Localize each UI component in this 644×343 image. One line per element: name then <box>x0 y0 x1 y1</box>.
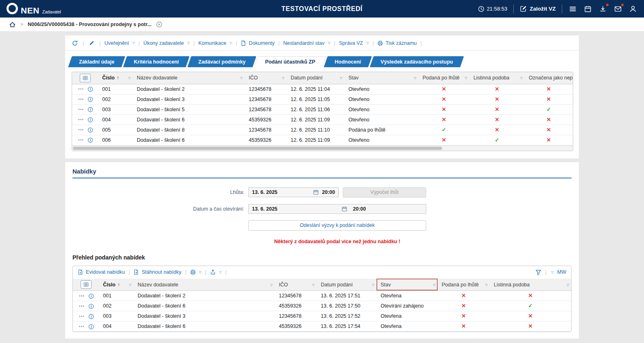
mw-view-button[interactable]: MW <box>557 269 566 275</box>
filter-button[interactable] <box>535 269 541 276</box>
duplicate-bid-warning: Některý z dodavatelů podal více než jedn… <box>248 239 426 244</box>
cell-supplier: Dodavatel - školení 3 <box>134 311 275 321</box>
deadline-date-value[interactable]: 13. 6. 2025 <box>252 189 310 195</box>
row-menu-button[interactable] <box>77 312 86 319</box>
messages-button[interactable] <box>613 4 622 13</box>
tab-hodnoceni[interactable]: Hodnocení <box>326 56 370 67</box>
main-menu-button[interactable] <box>568 4 577 13</box>
row-menu-button[interactable] <box>76 96 85 103</box>
home-button[interactable] <box>9 21 16 28</box>
column-label: Stav <box>381 282 391 288</box>
row-info-button[interactable] <box>86 292 96 299</box>
filter-chevron-icon[interactable]: ▽ <box>270 283 273 286</box>
tab-podani-ucastniku-zp[interactable]: Podání účastníků ZP <box>256 56 324 67</box>
filter-chevron-icon[interactable]: ▽ <box>312 283 315 286</box>
export-button[interactable]: ▽ <box>210 269 221 275</box>
filter-chevron-icon[interactable]: ▽ <box>465 76 467 80</box>
breadcrumb-record[interactable]: N006/25/V00005438 - Provozování prodejny… <box>28 22 151 27</box>
opening-date-value[interactable]: 13. 6. 2025 <box>252 206 338 212</box>
profile-button[interactable] <box>629 4 637 13</box>
row-menu-button[interactable] <box>76 116 85 123</box>
row-menu-button[interactable] <box>76 136 85 143</box>
row-info-button[interactable] <box>85 136 95 143</box>
calendar-button[interactable] <box>583 4 592 13</box>
scrollbar-thumb[interactable] <box>73 147 442 150</box>
row-menu-button[interactable] <box>76 86 85 92</box>
nen-logo[interactable]: NEN Zadavatel <box>7 3 61 15</box>
downloads-button[interactable] <box>598 4 607 13</box>
filter-chevron-icon[interactable]: ▽ <box>340 76 342 80</box>
register-bid-button[interactable]: Evidovat nabídku <box>78 269 125 275</box>
toolbar-item-tisk-zaznamu[interactable]: Tisk záznamu <box>377 40 417 46</box>
row-actions <box>72 104 98 114</box>
row-menu-button[interactable] <box>77 302 86 309</box>
edit-record-button[interactable] <box>88 40 96 46</box>
opening-time-value[interactable]: 20:00 <box>353 206 366 212</box>
chevron-down-icon[interactable]: ▽ <box>551 270 554 274</box>
row-menu-button[interactable] <box>77 292 86 299</box>
chevron-down-icon: ▽ <box>199 270 202 274</box>
filter-chevron-icon[interactable]: ▽ <box>414 76 416 80</box>
toolbar-item-ukony-zadavatele[interactable]: Úkony zadavatele▽ <box>143 40 190 46</box>
create-vz-button[interactable]: Založit VZ <box>520 5 556 12</box>
row-menu-button[interactable] <box>76 106 85 113</box>
download-bids-button[interactable]: Stáhnout nabídky <box>134 269 181 275</box>
column-chooser-button[interactable] <box>81 280 92 289</box>
row-info-button[interactable] <box>86 312 96 319</box>
close-record-button[interactable] <box>156 21 162 28</box>
row-info-button[interactable] <box>85 126 95 133</box>
column-chooser-button[interactable] <box>80 74 91 82</box>
printer-icon <box>377 40 383 46</box>
calendar-icon[interactable] <box>313 189 319 195</box>
send-invite-button[interactable]: Odeslání výzvy k podání nabídek <box>248 220 426 231</box>
column-header-stav: Stav▽ <box>377 279 438 290</box>
row-info-button[interactable] <box>85 116 95 123</box>
filter-chevron-icon[interactable]: ▽ <box>372 283 375 286</box>
print-button[interactable]: ▽ <box>190 269 202 275</box>
filter-chevron-icon[interactable]: ▽ <box>520 76 523 80</box>
filter-chevron-icon[interactable]: ▽ <box>433 283 436 286</box>
row-info-button[interactable] <box>85 96 95 103</box>
history-button[interactable] <box>71 40 79 46</box>
deadline-time-value[interactable]: 20:00 <box>322 189 335 195</box>
cell-number: 002 <box>98 94 133 104</box>
compute-deadlines-button[interactable]: Výpočet lhůt <box>343 187 426 198</box>
row-info-button[interactable] <box>85 86 95 92</box>
deadline-field[interactable]: 13. 6. 2025 20:00 <box>248 187 339 197</box>
tab-label: Hodnocení <box>335 59 361 65</box>
tab-zakladni-udaje[interactable]: Základní údaje <box>70 56 123 67</box>
filter-chevron-icon[interactable]: ▽ <box>129 283 131 286</box>
filter-chevron-icon[interactable]: ▽ <box>128 76 131 80</box>
column-label: Stav <box>348 75 359 81</box>
column-header-listinna-podoba: Listinná podoba▽ <box>469 72 525 84</box>
row-info-button[interactable] <box>85 106 95 113</box>
chevron-down-icon: ▽ <box>230 41 232 45</box>
horizontal-scrollbar[interactable] <box>72 145 573 151</box>
toolbar-item-sprava-vz[interactable]: Správa VZ▽ <box>339 40 369 46</box>
filter-chevron-icon[interactable]: ▽ <box>282 76 285 80</box>
column-header-datum-podani: Datum podání▽ <box>317 279 377 290</box>
warning-row: Některý z dodavatelů podal více než jedn… <box>65 239 579 244</box>
calendar-icon[interactable] <box>342 206 347 212</box>
opening-field[interactable]: 13. 6. 2025 20:00 <box>248 204 426 214</box>
ellipsis-icon <box>78 117 84 123</box>
row-info-button[interactable] <box>86 302 96 309</box>
row-info-button[interactable] <box>86 323 96 330</box>
cell-status: Otevřeno <box>344 94 418 104</box>
toolbar-item-uverejneni[interactable]: Uveřejnění▽ <box>105 40 135 46</box>
filter-chevron-icon[interactable]: ▽ <box>240 76 243 80</box>
filter-chevron-icon[interactable]: ▽ <box>485 283 488 286</box>
row-menu-button[interactable] <box>77 323 86 330</box>
tab-vysledek-zadavaciho-postupu[interactable]: Výsledek zadávacího postupu <box>372 56 462 67</box>
toolbar-item-komunikace[interactable]: Komunikace▽ <box>198 40 232 46</box>
brand-role: Zadavatel <box>42 9 61 14</box>
filter-chevron-icon[interactable]: ▽ <box>568 76 571 80</box>
toolbar-item-dokumenty[interactable]: Dokumenty <box>241 40 274 46</box>
filter-chevron-icon[interactable]: ▽ <box>567 283 569 286</box>
row-menu-button[interactable] <box>76 126 85 133</box>
tab-zadavaci-podminky[interactable]: Zadávací podmínky <box>189 56 254 67</box>
cross-icon: ✕ <box>547 86 551 92</box>
document-icon <box>241 40 246 46</box>
tab-kriteria-hodnoceni[interactable]: Kritéria hodnocení <box>125 56 188 67</box>
toolbar-item-nestandardni-stav[interactable]: Nestandardní stav▽ <box>283 40 331 46</box>
